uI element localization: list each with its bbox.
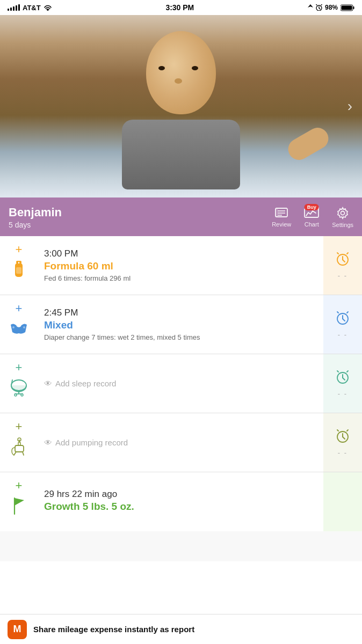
svg-line-32 bbox=[347, 312, 348, 313]
svg-line-41 bbox=[343, 378, 345, 380]
record-diaper-content: 2:45 PM Mixed Diaper change 7 times: wet… bbox=[38, 295, 323, 354]
record-pump-left: + bbox=[0, 413, 38, 472]
record-pump-right: - - bbox=[323, 413, 362, 472]
svg-point-0 bbox=[47, 10, 48, 11]
record-sleep-content: 👁 Add sleep record bbox=[38, 354, 323, 413]
svg-line-30 bbox=[343, 319, 345, 321]
ad-icon: M bbox=[8, 620, 27, 639]
svg-line-4 bbox=[316, 4, 317, 5]
svg-line-24 bbox=[337, 253, 338, 254]
record-growth-left: + bbox=[0, 472, 38, 531]
banner-ad[interactable]: M Share mileage expense instantly as rep… bbox=[0, 614, 362, 644]
sleep-placeholder-text: Add sleep record bbox=[55, 379, 116, 388]
svg-line-53 bbox=[337, 430, 338, 431]
nav-chart[interactable]: Buy Chart bbox=[304, 207, 319, 228]
feeding-alarm-icon[interactable] bbox=[335, 251, 350, 269]
diaper-title: Mixed bbox=[44, 319, 317, 331]
record-sleep: + 👁 Add sleep record bbox=[0, 354, 362, 413]
sleep-eye-icon: 👁 bbox=[44, 379, 52, 388]
record-growth-right bbox=[323, 472, 362, 531]
records-list: + 3:00 PM Formula 60 ml Fed 6 times: for… bbox=[0, 236, 362, 561]
settings-icon bbox=[336, 207, 349, 219]
sleep-alarm-icon[interactable] bbox=[335, 369, 350, 387]
diaper-time: 2:45 PM bbox=[44, 308, 317, 318]
svg-line-52 bbox=[343, 437, 345, 439]
bottle-icon bbox=[9, 260, 28, 279]
nav-review[interactable]: Review bbox=[272, 207, 291, 228]
svg-line-31 bbox=[337, 312, 338, 313]
feeding-title: Formula 60 ml bbox=[44, 260, 317, 272]
svg-line-49 bbox=[23, 452, 24, 455]
record-feeding: + 3:00 PM Formula 60 ml Fed 6 times: for… bbox=[0, 236, 362, 295]
alarm-status-icon bbox=[316, 4, 322, 11]
add-growth-button[interactable]: + bbox=[16, 480, 23, 492]
svg-line-42 bbox=[337, 371, 338, 372]
battery-icon bbox=[341, 4, 354, 11]
record-feeding-left: + bbox=[0, 236, 38, 295]
profile-info: Benjamin 5 days bbox=[9, 206, 272, 229]
status-right: 98% bbox=[308, 4, 354, 11]
pump-alarm-dashes: - - bbox=[338, 449, 347, 457]
sleep-alarm-dashes: - - bbox=[338, 390, 347, 398]
diaper-alarm-icon[interactable] bbox=[335, 310, 350, 328]
feeding-alarm-dashes: - - bbox=[338, 272, 347, 280]
pump-alarm-icon[interactable] bbox=[335, 428, 350, 447]
record-pump-content: 👁 Add pumping record bbox=[38, 413, 323, 472]
record-growth: + 29 hrs 22 min ago Growth 5 lbs. 5 oz. bbox=[0, 472, 362, 531]
add-sleep-button[interactable]: + bbox=[16, 362, 23, 374]
record-sleep-right: - - bbox=[323, 354, 362, 413]
svg-rect-7 bbox=[353, 6, 354, 9]
svg-point-26 bbox=[12, 326, 15, 328]
record-diaper-right: - - bbox=[323, 295, 362, 354]
feeding-subtitle: Fed 6 times: formula 296 ml bbox=[44, 274, 317, 282]
location-icon bbox=[308, 4, 313, 11]
record-diaper-left: + bbox=[0, 295, 38, 354]
signal-bars-icon bbox=[8, 4, 20, 11]
svg-point-37 bbox=[21, 394, 23, 396]
feeding-time: 3:00 PM bbox=[44, 248, 317, 259]
add-diaper-button[interactable]: + bbox=[16, 303, 23, 314]
buy-badge: Buy bbox=[305, 204, 319, 210]
svg-rect-44 bbox=[15, 445, 24, 452]
add-feeding-button[interactable]: + bbox=[16, 244, 23, 255]
settings-label: Settings bbox=[332, 222, 353, 228]
nav-settings[interactable]: Settings bbox=[332, 207, 353, 228]
next-photo-chevron[interactable]: › bbox=[347, 98, 352, 115]
record-diaper: + 2:45 PM Mixed Diaper change 7 times: w… bbox=[0, 295, 362, 354]
nav-icons: Review Buy Chart Settings bbox=[272, 207, 353, 228]
diaper-icon bbox=[9, 319, 28, 338]
svg-rect-13 bbox=[276, 208, 278, 217]
svg-line-23 bbox=[343, 260, 345, 262]
svg-rect-19 bbox=[16, 267, 21, 274]
svg-line-54 bbox=[347, 430, 348, 431]
profile-name: Benjamin bbox=[9, 206, 272, 219]
svg-line-3 bbox=[319, 8, 320, 9]
svg-line-5 bbox=[321, 4, 322, 5]
diaper-alarm-dashes: - - bbox=[338, 331, 347, 339]
sleep-icon bbox=[9, 378, 28, 397]
svg-point-16 bbox=[341, 211, 345, 215]
flag-icon bbox=[9, 496, 28, 515]
svg-rect-8 bbox=[342, 5, 352, 10]
chart-label: Chart bbox=[305, 221, 319, 228]
record-pump: + 👁 Add pumping record bbox=[0, 413, 362, 472]
svg-line-25 bbox=[347, 253, 348, 254]
profile-bar: Benjamin 5 days Review Buy Chart bbox=[0, 197, 362, 236]
growth-time: 29 hrs 22 min ago bbox=[44, 489, 317, 500]
baby-photo bbox=[0, 15, 362, 197]
svg-rect-45 bbox=[18, 442, 20, 445]
add-pump-button[interactable]: + bbox=[16, 421, 23, 433]
diaper-subtitle: Diaper change 7 times: wet 2 times, mixe… bbox=[44, 333, 317, 341]
record-feeding-content: 3:00 PM Formula 60 ml Fed 6 times: formu… bbox=[38, 236, 323, 295]
pump-icon bbox=[9, 437, 28, 456]
status-time: 3:30 PM bbox=[165, 3, 194, 12]
svg-line-48 bbox=[14, 452, 16, 455]
battery-label: 98% bbox=[325, 4, 338, 11]
growth-title: Growth 5 lbs. 5 oz. bbox=[44, 501, 317, 513]
pump-placeholder[interactable]: 👁 Add pumping record bbox=[44, 438, 317, 447]
sleep-placeholder[interactable]: 👁 Add sleep record bbox=[44, 379, 317, 388]
svg-line-43 bbox=[347, 371, 348, 372]
record-feeding-right: - - bbox=[323, 236, 362, 295]
pump-placeholder-text: Add pumping record bbox=[55, 438, 128, 447]
status-left: AT&T bbox=[8, 4, 52, 12]
